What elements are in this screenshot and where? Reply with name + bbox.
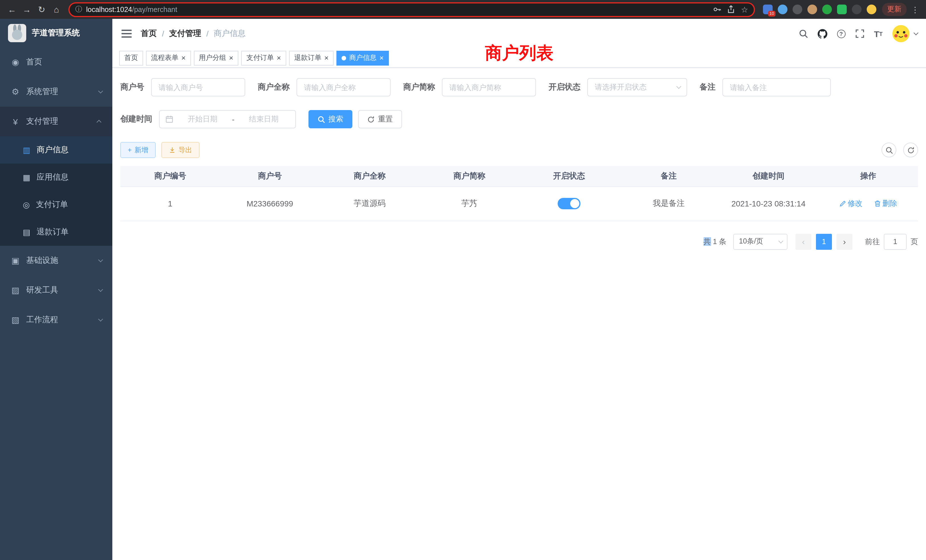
extension-icon[interactable] bbox=[837, 5, 847, 14]
search-button[interactable]: 搜索 bbox=[309, 110, 353, 128]
goto-suffix: 页 bbox=[911, 236, 918, 247]
app-logo[interactable]: 芋道管理系统 bbox=[0, 19, 112, 47]
help-icon[interactable]: ? bbox=[837, 29, 845, 38]
bookmark-star-icon[interactable]: ☆ bbox=[741, 5, 748, 14]
reload-icon[interactable]: ↻ bbox=[34, 2, 49, 17]
user-menu[interactable] bbox=[892, 25, 917, 42]
toolbox-icon: ▨ bbox=[11, 285, 20, 295]
close-icon[interactable]: × bbox=[181, 54, 186, 62]
extension-icon[interactable] bbox=[807, 5, 817, 14]
plus-icon: + bbox=[128, 146, 132, 154]
create-time-range-picker[interactable]: 开始日期 - 结束日期 bbox=[159, 110, 296, 128]
sidebar-item-app-info[interactable]: ▦ 应用信息 bbox=[0, 163, 112, 191]
fullscreen-icon[interactable] bbox=[855, 29, 864, 38]
chevron-down-icon bbox=[778, 238, 783, 243]
sidebar-item-home[interactable]: ◉ 首页 bbox=[0, 47, 112, 77]
add-button[interactable]: + 新增 bbox=[120, 142, 156, 158]
github-icon[interactable] bbox=[817, 29, 827, 38]
search-icon[interactable] bbox=[799, 29, 808, 38]
key-icon[interactable] bbox=[713, 5, 722, 14]
column-header: 商户号 bbox=[220, 166, 320, 186]
next-page-button[interactable]: › bbox=[837, 233, 852, 250]
tab-label: 流程表单 bbox=[151, 53, 179, 63]
share-icon[interactable] bbox=[727, 5, 735, 14]
extension-icon[interactable] bbox=[778, 5, 787, 14]
tags-view-bar: 首页 流程表单 × 用户分组 × 支付订单 × 退款订单 × bbox=[112, 48, 926, 68]
full-name-label: 商户全称 bbox=[258, 82, 290, 92]
cell-full-name: 芋道源码 bbox=[320, 186, 420, 221]
hamburger-icon[interactable] bbox=[121, 29, 132, 38]
edit-link[interactable]: 修改 bbox=[839, 198, 862, 209]
tab-refund-order[interactable]: 退款订单 × bbox=[289, 50, 334, 65]
breadcrumb-payment[interactable]: 支付管理 bbox=[169, 29, 201, 39]
sidebar-item-system[interactable]: ⚙ 系统管理 bbox=[0, 77, 112, 107]
delete-link[interactable]: 删除 bbox=[874, 198, 897, 209]
page-button-1[interactable]: 1 bbox=[816, 233, 832, 250]
sidebar-item-label: 工作流程 bbox=[26, 315, 58, 325]
home-icon[interactable]: ⌂ bbox=[49, 2, 64, 17]
breadcrumb-current: 商户信息 bbox=[214, 29, 246, 39]
refresh-icon bbox=[907, 146, 914, 154]
tab-pay-order[interactable]: 支付订单 × bbox=[241, 50, 286, 65]
extension-icon[interactable] bbox=[793, 5, 802, 14]
pagination-total: 共 1 条 bbox=[704, 236, 726, 247]
date-end-placeholder: 结束日期 bbox=[238, 114, 290, 124]
reset-button[interactable]: 重置 bbox=[358, 110, 402, 128]
url-bar[interactable]: ⓘ localhost:1024 /pay/merchant ☆ bbox=[68, 2, 755, 17]
goto-page-input[interactable] bbox=[884, 233, 906, 250]
short-name-input[interactable] bbox=[442, 78, 536, 96]
back-icon[interactable]: ← bbox=[5, 2, 20, 17]
sidebar-item-refund-order[interactable]: ▤ 退款订单 bbox=[0, 218, 112, 246]
close-icon[interactable]: × bbox=[229, 54, 233, 62]
sidebar-item-label: 应用信息 bbox=[36, 172, 68, 183]
page-content: 商户号 商户全称 商户简称 开启状态 请选择开启状态 bbox=[112, 68, 926, 560]
status-toggle[interactable] bbox=[558, 198, 581, 209]
merchant-no-input[interactable] bbox=[151, 78, 245, 96]
merchant-no-label: 商户号 bbox=[120, 82, 144, 92]
sidebar-item-infrastructure[interactable]: ▣ 基础设施 bbox=[0, 246, 112, 275]
close-icon[interactable]: × bbox=[324, 54, 329, 62]
status-select[interactable]: 请选择开启状态 bbox=[587, 78, 687, 96]
font-size-icon[interactable]: TT bbox=[874, 29, 883, 38]
browser-update-button[interactable]: 更新 bbox=[882, 3, 906, 16]
prev-page-button[interactable]: ‹ bbox=[796, 233, 811, 250]
export-button[interactable]: 导出 bbox=[161, 142, 200, 158]
tab-home[interactable]: 首页 bbox=[119, 50, 143, 65]
page-size-select[interactable]: 10条/页 bbox=[733, 233, 787, 250]
date-start-placeholder: 开始日期 bbox=[177, 114, 228, 124]
sidebar-item-payment[interactable]: ¥ 支付管理 bbox=[0, 107, 112, 136]
sidebar-item-label: 首页 bbox=[26, 57, 42, 67]
avatar bbox=[892, 25, 909, 42]
chevron-down-icon bbox=[98, 317, 103, 322]
close-icon[interactable]: × bbox=[277, 54, 281, 62]
chevron-down-icon bbox=[98, 287, 103, 292]
sidebar-item-workflow[interactable]: ▧ 工作流程 bbox=[0, 305, 112, 335]
extensions-area: 10 bbox=[763, 5, 876, 14]
sidebar-item-label: 支付管理 bbox=[26, 117, 58, 127]
column-header: 商户简称 bbox=[419, 166, 519, 186]
extension-icon[interactable] bbox=[867, 5, 876, 14]
refresh-button[interactable] bbox=[903, 142, 918, 157]
extension-icon[interactable] bbox=[822, 5, 832, 14]
sidebar-item-dev-tools[interactable]: ▨ 研发工具 bbox=[0, 275, 112, 305]
breadcrumb-separator: / bbox=[206, 29, 209, 38]
breadcrumb: 首页 / 支付管理 / 商户信息 bbox=[141, 29, 246, 39]
forward-icon[interactable]: → bbox=[20, 2, 34, 17]
column-header: 操作 bbox=[818, 166, 918, 186]
tab-user-group[interactable]: 用户分组 × bbox=[194, 50, 238, 65]
sidebar-item-merchant-info[interactable]: ▥ 商户信息 bbox=[0, 136, 112, 163]
sidebar-item-pay-order[interactable]: ◎ 支付订单 bbox=[0, 191, 112, 218]
short-name-label: 商户简称 bbox=[403, 82, 435, 92]
browser-menu-icon[interactable]: ⋮ bbox=[909, 5, 921, 14]
refresh-icon bbox=[367, 115, 375, 123]
info-icon[interactable]: ⓘ bbox=[75, 5, 82, 14]
breadcrumb-home[interactable]: 首页 bbox=[141, 29, 157, 39]
toggle-search-button[interactable] bbox=[882, 142, 896, 157]
extension-icon[interactable]: 10 bbox=[763, 5, 773, 14]
full-name-input[interactable] bbox=[297, 78, 390, 96]
remark-input[interactable] bbox=[722, 78, 831, 96]
tab-process-form[interactable]: 流程表单 × bbox=[146, 50, 191, 65]
tab-merchant-info[interactable]: 商户信息 × bbox=[337, 50, 389, 65]
close-icon[interactable]: × bbox=[380, 54, 384, 62]
extension-icon[interactable] bbox=[852, 5, 862, 14]
